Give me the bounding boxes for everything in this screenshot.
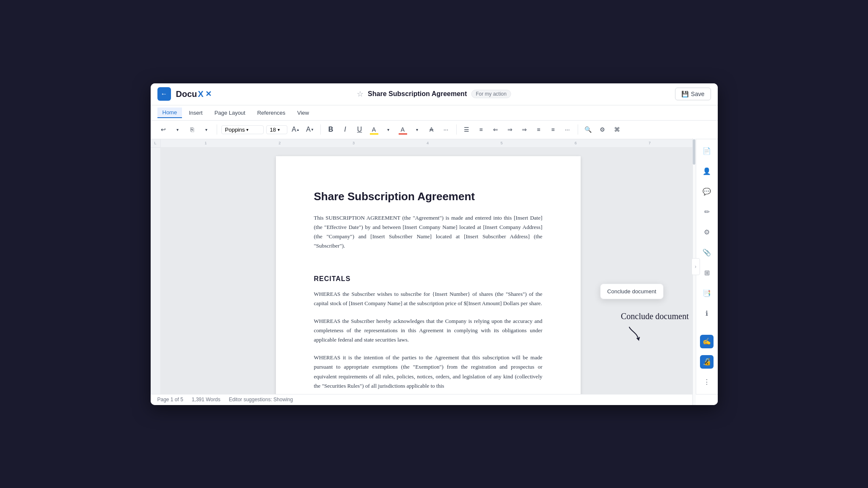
indent-button[interactable]: ⇒ — [504, 124, 516, 135]
sidebar-more-button[interactable]: ⋮ — [700, 375, 714, 389]
conclude-popup-area: Conclude document Conclude document — [621, 312, 689, 350]
sidebar-user-icon[interactable]: 👤 — [700, 165, 714, 178]
more-format-button[interactable]: ··· — [440, 124, 452, 135]
menu-view[interactable]: View — [292, 108, 314, 118]
font-size-down-button[interactable]: A▼ — [304, 124, 316, 135]
copy-arrow-button[interactable]: ▾ — [201, 124, 212, 135]
conclude-arrow-svg — [621, 323, 646, 348]
sidebar-document-icon[interactable]: 📄 — [700, 144, 714, 158]
divider1 — [217, 124, 217, 135]
page-info: Page 1 of 5 — [157, 397, 183, 403]
highlight-icon: A — [372, 126, 376, 133]
recitals-para3: WHEREAS it is the intention of the parti… — [314, 353, 543, 390]
scrollbar-thumb[interactable] — [693, 148, 695, 165]
content-wrapper: 1 2 3 4 5 6 7 Share Subscription Agreeme… — [161, 139, 696, 394]
logo-icon: ✕ — [205, 89, 212, 99]
horizontal-ruler: 1 2 3 4 5 6 7 — [161, 139, 696, 148]
divider4 — [578, 124, 578, 135]
action-tag: For my action — [471, 90, 511, 98]
font-size-selector[interactable]: 18 ▾ — [266, 125, 287, 134]
font-size-dropdown-icon: ▾ — [278, 127, 280, 132]
favorite-icon[interactable]: ☆ — [357, 89, 364, 99]
recitals-para1: WHEREAS the Subscriber wishes to subscri… — [314, 289, 543, 308]
numbered-list-button[interactable]: ≡ — [475, 124, 487, 135]
divider3 — [456, 124, 457, 135]
collapse-sidebar-button[interactable]: › — [692, 258, 700, 275]
ruler-marks: 1 2 3 4 5 6 7 — [169, 141, 687, 145]
title-bar: ← Docu X ✕ ☆ Share Subscription Agreemen… — [151, 83, 718, 105]
font-color-bar — [399, 133, 407, 135]
app-window: ← Docu X ✕ ☆ Share Subscription Agreemen… — [151, 83, 718, 405]
sidebar-share-icon[interactable]: ⚙ — [700, 226, 714, 239]
left-ruler: L — [151, 139, 161, 394]
document-heading: Share Subscription Agreement — [314, 190, 543, 203]
more-button2[interactable]: ··· — [562, 124, 573, 135]
sidebar-attachment-icon[interactable]: 📎 — [700, 246, 714, 259]
menu-insert[interactable]: Insert — [184, 108, 208, 118]
status-bar: Page 1 of 5 1,391 Words Editor suggestio… — [151, 394, 718, 405]
intro-paragraph: This SUBSCRIPTION AGREEMENT (the "Agreem… — [314, 213, 543, 251]
sidebar-grid-icon[interactable]: ⊞ — [700, 266, 714, 280]
conclude-label: Conclude document — [621, 312, 689, 321]
logo-suffix: X — [198, 89, 204, 99]
strikethrough-icon: A — [430, 126, 433, 133]
main-area: L 1 2 3 4 5 6 7 — [151, 139, 718, 394]
font-color-button[interactable]: A — [397, 124, 409, 135]
recitals-para2: WHEREAS the Subscriber hereby acknowledg… — [314, 317, 543, 345]
ruler-corner: L — [151, 139, 160, 148]
search-button[interactable]: 🔍 — [582, 124, 594, 135]
tts-button[interactable]: ⚙ — [597, 124, 609, 135]
sidebar-comment-icon[interactable]: 💬 — [700, 185, 714, 199]
font-size-value: 18 — [270, 127, 276, 133]
sidebar-stamp-button[interactable]: 🔏 — [700, 355, 714, 369]
font-color-arrow[interactable]: ▾ — [411, 124, 423, 135]
font-selector[interactable]: Poppins ▾ — [221, 125, 264, 134]
document-page: Share Subscription Agreement This SUBSCR… — [276, 156, 581, 394]
menu-page-layout[interactable]: Page Layout — [209, 108, 251, 118]
menu-home[interactable]: Home — [157, 108, 182, 118]
italic-button[interactable]: I — [339, 124, 351, 135]
strikethrough-button[interactable]: A — [426, 124, 438, 135]
indent2-button[interactable]: ⇒ — [518, 124, 530, 135]
outdent-button[interactable]: ⇐ — [490, 124, 502, 135]
menu-references[interactable]: References — [252, 108, 290, 118]
save-icon: 💾 — [681, 91, 689, 97]
sidebar-sign-button[interactable]: ✍ — [700, 335, 714, 348]
bullet-list-button[interactable]: ☰ — [461, 124, 473, 135]
undo-arrow-button[interactable]: ▾ — [172, 124, 184, 135]
save-button[interactable]: 💾 Save — [675, 88, 711, 100]
copy-button[interactable]: ⎘ — [186, 124, 198, 135]
highlight-color-arrow[interactable]: ▾ — [383, 124, 394, 135]
font-color-icon: A — [401, 126, 405, 133]
align-button[interactable]: ≡ — [533, 124, 545, 135]
menu-bar: Home Insert Page Layout References View — [151, 105, 718, 121]
back-button[interactable]: ← — [157, 87, 171, 101]
logo-text: Docu — [176, 89, 197, 99]
undo-button[interactable]: ↩ — [157, 124, 169, 135]
underline-button[interactable]: U — [354, 124, 366, 135]
save-label: Save — [691, 91, 705, 97]
recitals-heading: RECITALS — [314, 275, 543, 283]
sidebar-info-icon[interactable]: ℹ — [700, 307, 714, 320]
app-logo: Docu X ✕ — [176, 89, 212, 99]
document-area[interactable]: Share Subscription Agreement This SUBSCR… — [161, 148, 696, 394]
font-name: Poppins — [225, 127, 245, 133]
font-dropdown-icon: ▾ — [246, 127, 248, 132]
sidebar-file-icon[interactable]: 📑 — [700, 287, 714, 300]
bold-button[interactable]: B — [325, 124, 337, 135]
word-count: 1,391 Words — [192, 397, 220, 403]
formatting-bar: ↩ ▾ ⎘ ▾ Poppins ▾ 18 ▾ A▲ A▼ B I U A ▾ A… — [151, 121, 718, 139]
highlight-button[interactable]: A — [368, 124, 380, 135]
document-title: Share Subscription Agreement — [368, 90, 467, 98]
divider2 — [320, 124, 321, 135]
title-center: ☆ Share Subscription Agreement For my ac… — [357, 89, 511, 99]
font-size-up-button[interactable]: A▲ — [290, 124, 302, 135]
line-spacing-button[interactable]: ≡ — [547, 124, 559, 135]
highlight-color-bar — [370, 133, 378, 135]
editor-suggestions: Editor suggestions: Showing — [229, 397, 293, 403]
sidebar-edit-icon[interactable]: ✏ — [700, 205, 714, 219]
conclude-tooltip[interactable]: Conclude document — [600, 284, 664, 299]
shortcut-button[interactable]: ⌘ — [611, 124, 623, 135]
